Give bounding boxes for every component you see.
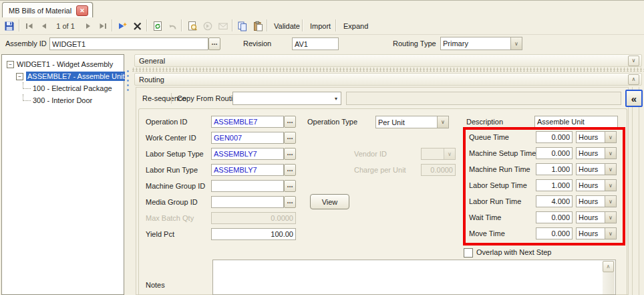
tab-mb-bills-of-material[interactable]: MB Bills of Material ✕ (2, 2, 93, 18)
wait-time-unit-select[interactable]: Hours∨ (576, 211, 617, 223)
overlap-checkbox[interactable] (464, 248, 473, 258)
machine-run-time-input[interactable]: 1.000 (536, 163, 573, 175)
tree-node-selected[interactable]: − ASSEMBLE7 - Assemble Unit (2, 70, 124, 82)
media-group-id-input[interactable] (211, 196, 284, 208)
chevron-down-icon[interactable]: ∨ (605, 148, 616, 159)
validate-button[interactable]: Validate (269, 19, 305, 33)
form-row: Yield Pct 100.00 (146, 228, 297, 241)
chevron-down-icon[interactable]: ▾ (331, 92, 341, 104)
machine-run-time-label: Machine Run Time (469, 165, 530, 173)
save-button[interactable] (2, 19, 17, 33)
labor-setup-type-lookup-button[interactable]: ... (284, 148, 296, 160)
tree-splitter[interactable] (125, 54, 131, 295)
operation-type-value: Per Unit (376, 118, 437, 126)
chevron-down-icon[interactable]: ∨ (605, 132, 616, 142)
routing-toolbar-filler (346, 92, 621, 105)
mail-button[interactable] (216, 19, 230, 33)
general-section-header[interactable]: General ∨ (134, 54, 642, 67)
labor-setup-type-input[interactable]: ASSEMBLY7 (211, 148, 284, 160)
machine-setup-time-unit-select[interactable]: Hours∨ (576, 147, 617, 159)
work-center-id-input[interactable]: GEN007 (211, 132, 284, 144)
view-button[interactable]: View (310, 194, 349, 209)
media-group-id-lookup-button[interactable]: ... (284, 196, 296, 208)
new-record-button[interactable] (115, 19, 130, 33)
unit-value: Hours (577, 229, 605, 237)
chevron-down-icon[interactable]: ∨ (605, 212, 616, 223)
labor-setup-time-unit-select[interactable]: Hours∨ (576, 179, 617, 191)
tree-node-label: 100 - Electrical Package (33, 84, 112, 92)
save-icon (4, 21, 15, 31)
machine-run-time-unit-select[interactable]: Hours∨ (576, 163, 617, 175)
yield-pct-input[interactable]: 100.00 (211, 228, 296, 240)
expand-button[interactable]: Expand (338, 19, 373, 33)
paste-button[interactable] (251, 19, 265, 33)
delete-record-button[interactable] (130, 19, 145, 33)
refresh-icon (152, 21, 163, 31)
chevron-down-icon[interactable]: ∨ (605, 196, 616, 207)
collapse-node-icon[interactable]: − (7, 61, 14, 68)
chevron-down-icon[interactable]: ∨ (605, 164, 616, 175)
form-row: Labor Run Type ASSEMBLY7 ... (146, 164, 297, 177)
collapse-node-icon[interactable]: − (16, 73, 23, 80)
chevron-down-icon[interactable]: ∨ (510, 37, 522, 50)
assembly-id-lookup-button[interactable]: ... (208, 37, 220, 50)
chevron-down-icon[interactable]: ∨ (605, 228, 616, 239)
toolbar-separator (146, 19, 148, 31)
routing-type-value: Primary (441, 39, 510, 47)
queue-time-unit-select[interactable]: Hours∨ (576, 131, 617, 143)
undo-button[interactable] (165, 19, 180, 33)
tab-close-icon[interactable]: ✕ (76, 5, 88, 16)
tree-node-child[interactable]: 300 - Interior Door (2, 94, 124, 106)
copy-button[interactable] (235, 19, 250, 33)
copy-from-routing-select[interactable]: ▾ (232, 92, 341, 105)
wait-time-input[interactable]: 0.000 (536, 211, 573, 223)
labor-run-time-unit-select[interactable]: Hours∨ (576, 195, 617, 207)
revision-input[interactable]: AV1 (292, 37, 339, 50)
chevron-up-icon[interactable]: ∧ (628, 74, 639, 85)
routing-type-label: Routing Type (393, 39, 436, 47)
labor-run-type-input[interactable]: ASSEMBLY7 (211, 164, 284, 176)
operation-id-lookup-button[interactable]: ... (284, 116, 296, 128)
tree-node-child[interactable]: 100 - Electrical Package (2, 82, 124, 94)
machine-group-id-lookup-button[interactable]: ... (284, 180, 296, 192)
machine-setup-time-input[interactable]: 0.000 (536, 147, 573, 159)
panel-border (639, 87, 639, 295)
labor-setup-time-input[interactable]: 1.000 (536, 179, 573, 191)
operation-type-select[interactable]: Per Unit ∨ (375, 116, 449, 128)
chevron-down-icon[interactable]: ∨ (605, 180, 616, 191)
assembly-id-input[interactable]: WIDGET1 (49, 37, 208, 50)
notes-textarea[interactable]: ∧ (212, 260, 616, 295)
move-time-unit-select[interactable]: Hours∨ (576, 227, 617, 239)
routing-section-header[interactable]: Routing ∧ (134, 73, 642, 86)
preview-button[interactable] (185, 19, 200, 33)
description-input[interactable]: Assemble Unit (534, 116, 618, 128)
unit-value: Hours (577, 165, 605, 173)
tree-node-root[interactable]: − WIDGET1 - Widget Assembly (2, 58, 124, 70)
next-record-icon (83, 21, 94, 31)
unit-value: Hours (577, 133, 605, 141)
notes-scrollbar[interactable]: ∧ (603, 261, 615, 294)
queue-time-input[interactable]: 0.000 (536, 131, 573, 143)
previous-record-button[interactable] (37, 19, 51, 33)
next-record-button[interactable] (81, 19, 96, 33)
machine-group-id-input[interactable] (211, 180, 284, 192)
first-record-icon (24, 21, 35, 31)
navigate-button[interactable] (200, 19, 215, 33)
toolbar-separator (232, 19, 233, 31)
refresh-button[interactable] (150, 19, 165, 33)
routing-type-select[interactable]: Primary ∨ (440, 37, 522, 50)
scroll-up-icon[interactable]: ∧ (603, 261, 614, 272)
chevron-down-icon[interactable]: ∨ (437, 116, 448, 128)
operation-id-input[interactable]: ASSEMBLE7 (211, 116, 284, 128)
import-button[interactable]: Import (305, 19, 336, 33)
last-record-button[interactable] (96, 19, 110, 33)
last-record-icon (98, 21, 108, 31)
work-center-id-lookup-button[interactable]: ... (284, 132, 296, 144)
first-record-button[interactable] (22, 19, 37, 33)
labor-run-type-lookup-button[interactable]: ... (284, 164, 296, 176)
chevron-down-icon[interactable]: ∨ (628, 56, 639, 66)
section-splitter[interactable] (132, 68, 644, 72)
labor-run-time-input[interactable]: 4.000 (536, 195, 573, 207)
move-time-input[interactable]: 0.000 (536, 227, 573, 239)
collapse-panel-button[interactable]: « (625, 90, 643, 107)
